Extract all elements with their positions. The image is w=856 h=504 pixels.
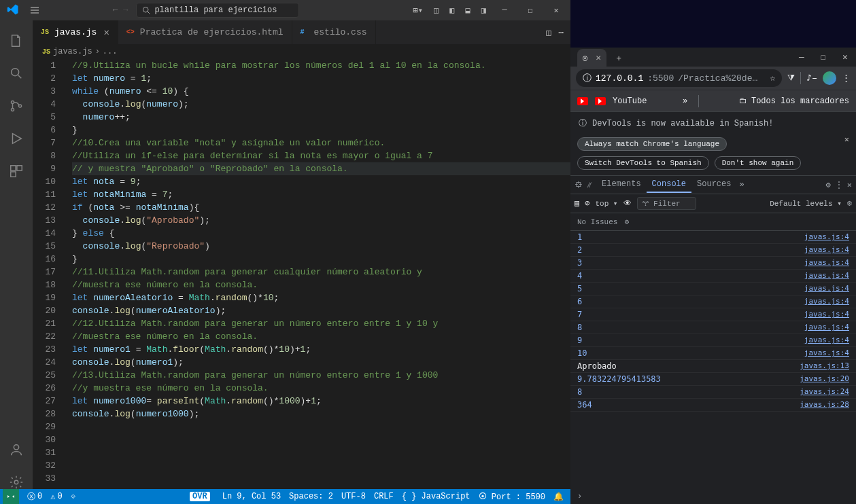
code-line[interactable]: } else { (72, 227, 570, 240)
live-expression-icon[interactable]: 👁 (623, 198, 632, 209)
code-content[interactable]: //9.Utiliza un bucle while para mostrar … (67, 59, 570, 504)
devtools-close-icon[interactable]: ✕ (847, 180, 852, 190)
code-line[interactable]: let notaMinima = 7; (72, 188, 570, 201)
all-bookmarks-label[interactable]: Todos los marcadores (751, 96, 849, 106)
log-levels-selector[interactable]: Default levels ▾ (770, 199, 842, 208)
cursor-position[interactable]: Ln 9, Col 53 (218, 492, 285, 502)
log-source-link[interactable]: javas.js:28 (800, 400, 849, 410)
minimap[interactable] (523, 59, 570, 161)
language-chip[interactable]: Always match Chrome's language (577, 137, 727, 151)
panel-right-icon[interactable]: ◨ (477, 3, 490, 18)
console-filter-input[interactable]: 🝖 Filter (637, 197, 696, 210)
log-source-link[interactable]: javas.js:4 (804, 232, 849, 242)
more-tabs-icon[interactable]: » (739, 180, 744, 190)
devtools-tab-console[interactable]: Console (647, 177, 691, 193)
language-chip[interactable]: Don't show again (715, 156, 802, 170)
copilot-icon[interactable]: ⊞▾ (409, 3, 427, 18)
code-line[interactable] (72, 446, 570, 459)
code-line[interactable]: let numero1 = Math.floor(Math.random()*1… (72, 343, 570, 356)
dismiss-notice-icon[interactable]: ✕ (844, 134, 849, 145)
code-line[interactable]: let numero = 1; (72, 72, 570, 85)
layout-customize-icon[interactable]: ◫ (430, 3, 443, 18)
language-mode[interactable]: { } JavaScript (398, 492, 475, 502)
nav-back-button[interactable]: ← (113, 5, 118, 15)
browser-tab[interactable]: ◎ ✕ (577, 49, 606, 67)
code-line[interactable]: //11.Utiliza Math.random para generar cu… (72, 266, 570, 278)
log-source-link[interactable]: javas.js:4 (804, 336, 849, 345)
remote-indicator[interactable] (3, 489, 19, 504)
code-line[interactable]: console.log(numero); (72, 98, 570, 111)
console-log-row[interactable]: 8javas.js:24 (570, 386, 856, 399)
ovr-indicator[interactable]: OVR (190, 492, 210, 501)
problems-errors[interactable]: ⓧ 0 (23, 491, 46, 503)
code-editor[interactable]: 1234567891011121314151617181920212223242… (33, 59, 570, 504)
editor-tab[interactable]: #estilo.css (292, 20, 376, 44)
console-log-row[interactable]: 9.783224795413583javas.js:20 (570, 373, 856, 386)
radio-icon[interactable]: ⟐ (67, 492, 80, 501)
code-line[interactable]: let numero1000= parseInt(Math.random()*1… (72, 395, 570, 408)
console-prompt[interactable]: › (570, 489, 856, 504)
browser-maximize-button[interactable]: ☐ (812, 48, 834, 67)
log-source-link[interactable]: javas.js:4 (804, 271, 849, 281)
command-center-search[interactable]: plantilla para ejercicios (136, 3, 299, 18)
console-log-row[interactable]: 5javas.js:4 (570, 283, 856, 295)
code-line[interactable]: console.log(numero1000); (72, 408, 570, 420)
console-log-row[interactable]: 364javas.js:28 (570, 399, 856, 412)
console-log-row[interactable]: 7javas.js:4 (570, 308, 856, 321)
log-source-link[interactable]: javas.js:4 (804, 245, 849, 255)
code-line[interactable] (72, 459, 570, 472)
console-log-row[interactable]: 10javas.js:4 (570, 347, 856, 360)
console-log-row[interactable]: 8javas.js:4 (570, 321, 856, 334)
log-source-link[interactable]: javas.js:4 (804, 297, 849, 306)
code-line[interactable]: numero++; (72, 111, 570, 124)
code-line[interactable]: //9.Utiliza un bucle while para mostrar … (72, 59, 570, 72)
code-line[interactable]: //10.Crea una variable "nota" y asígnale… (72, 137, 570, 149)
site-info-icon[interactable]: ⓘ (583, 72, 592, 84)
new-tab-button[interactable]: + (611, 50, 627, 67)
account-icon[interactable] (0, 433, 33, 466)
issues-gear-icon[interactable]: ⚙ (624, 217, 629, 226)
breadcrumb[interactable]: JS javas.js › ... (33, 44, 570, 59)
browser-close-button[interactable]: ✕ (834, 48, 856, 67)
code-line[interactable]: console.log("Reprobado") (72, 240, 570, 253)
eol[interactable]: CRLF (370, 492, 398, 502)
code-line[interactable]: //muestra ese número en la consola. (72, 278, 570, 291)
devtools-tab-sources[interactable]: Sources (691, 177, 736, 193)
youtube-bookmark-label[interactable]: YouTube (613, 96, 647, 106)
console-log-row[interactable]: 3javas.js:4 (570, 257, 856, 270)
devtools-menu-icon[interactable]: ⋮ (835, 180, 843, 190)
code-line[interactable] (72, 420, 570, 433)
panel-left-icon[interactable]: ◧ (445, 3, 458, 18)
close-tab-icon[interactable]: ✕ (103, 26, 109, 38)
code-line[interactable]: console.log(numero1); (72, 356, 570, 369)
explorer-icon[interactable] (0, 24, 33, 57)
editor-tab[interactable]: JSjavas.js✕ (33, 20, 118, 44)
device-toggle-icon[interactable]: ⫽ (585, 180, 594, 190)
code-line[interactable]: console.log("Aprobado"); (72, 214, 570, 227)
code-line[interactable]: //13.Utiliza Math.random para generar un… (72, 369, 570, 382)
indentation[interactable]: Spaces: 2 (285, 492, 337, 502)
code-line[interactable]: //muestra ese número en la consola. (72, 330, 570, 343)
clear-console-icon[interactable]: ⊘ (585, 198, 589, 209)
console-log-row[interactable]: 9javas.js:4 (570, 334, 856, 347)
close-tab-icon[interactable]: ✕ (596, 52, 601, 63)
source-control-icon[interactable] (0, 90, 33, 122)
console-log-row[interactable]: 1javas.js:4 (570, 231, 856, 244)
console-output[interactable]: 1javas.js:42javas.js:43javas.js:44javas.… (570, 231, 856, 489)
code-line[interactable]: //12.Utiliza Math.random para generar un… (72, 317, 570, 330)
encoding[interactable]: UTF-8 (337, 492, 370, 502)
code-line[interactable]: } (72, 124, 570, 137)
console-log-row[interactable]: 4javas.js:4 (570, 270, 856, 283)
chrome-menu-icon[interactable]: ⋮ (842, 73, 851, 84)
log-source-link[interactable]: javas.js:13 (800, 361, 849, 371)
search-icon[interactable] (0, 57, 33, 90)
close-button[interactable]: ✕ (545, 0, 568, 20)
execution-context-selector[interactable]: top ▾ (595, 199, 617, 208)
log-source-link[interactable]: javas.js:4 (804, 348, 849, 358)
code-line[interactable] (72, 433, 570, 446)
code-line[interactable]: } (72, 253, 570, 266)
devtools-settings-icon[interactable]: ⚙ (826, 180, 831, 190)
panel-bottom-icon[interactable]: ⬓ (462, 3, 475, 18)
notifications-icon[interactable]: 🔔 (549, 492, 568, 502)
code-line[interactable]: console.log(numeroAleatorio); (72, 304, 570, 317)
